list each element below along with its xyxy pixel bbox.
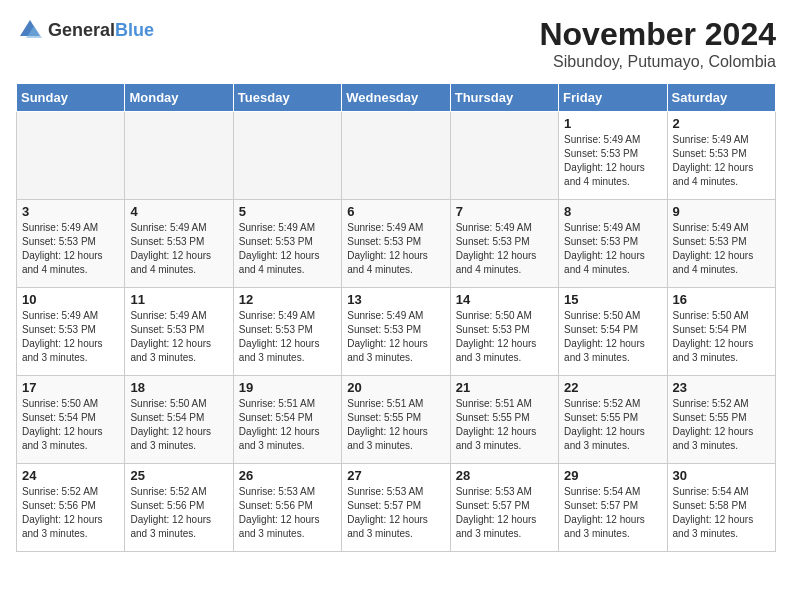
day-number: 1 (564, 116, 661, 131)
day-number: 25 (130, 468, 227, 483)
day-info: Sunrise: 5:49 AM Sunset: 5:53 PM Dayligh… (239, 309, 336, 365)
day-info: Sunrise: 5:49 AM Sunset: 5:53 PM Dayligh… (22, 309, 119, 365)
day-info: Sunrise: 5:53 AM Sunset: 5:56 PM Dayligh… (239, 485, 336, 541)
week-row-5: 24Sunrise: 5:52 AM Sunset: 5:56 PM Dayli… (17, 464, 776, 552)
day-number: 5 (239, 204, 336, 219)
day-cell (125, 112, 233, 200)
day-number: 28 (456, 468, 553, 483)
day-info: Sunrise: 5:51 AM Sunset: 5:54 PM Dayligh… (239, 397, 336, 453)
day-cell (233, 112, 341, 200)
day-cell: 2Sunrise: 5:49 AM Sunset: 5:53 PM Daylig… (667, 112, 775, 200)
day-cell: 21Sunrise: 5:51 AM Sunset: 5:55 PM Dayli… (450, 376, 558, 464)
weekday-header-row: SundayMondayTuesdayWednesdayThursdayFrid… (17, 84, 776, 112)
day-cell: 30Sunrise: 5:54 AM Sunset: 5:58 PM Dayli… (667, 464, 775, 552)
day-number: 2 (673, 116, 770, 131)
weekday-header-monday: Monday (125, 84, 233, 112)
day-cell: 8Sunrise: 5:49 AM Sunset: 5:53 PM Daylig… (559, 200, 667, 288)
calendar-table: SundayMondayTuesdayWednesdayThursdayFrid… (16, 83, 776, 552)
day-number: 10 (22, 292, 119, 307)
week-row-2: 3Sunrise: 5:49 AM Sunset: 5:53 PM Daylig… (17, 200, 776, 288)
day-info: Sunrise: 5:54 AM Sunset: 5:57 PM Dayligh… (564, 485, 661, 541)
logo-general: General (48, 20, 115, 40)
day-info: Sunrise: 5:49 AM Sunset: 5:53 PM Dayligh… (130, 309, 227, 365)
day-cell: 15Sunrise: 5:50 AM Sunset: 5:54 PM Dayli… (559, 288, 667, 376)
day-number: 14 (456, 292, 553, 307)
day-info: Sunrise: 5:49 AM Sunset: 5:53 PM Dayligh… (347, 309, 444, 365)
day-number: 4 (130, 204, 227, 219)
day-cell: 20Sunrise: 5:51 AM Sunset: 5:55 PM Dayli… (342, 376, 450, 464)
day-number: 29 (564, 468, 661, 483)
day-number: 16 (673, 292, 770, 307)
day-info: Sunrise: 5:49 AM Sunset: 5:53 PM Dayligh… (564, 221, 661, 277)
day-info: Sunrise: 5:50 AM Sunset: 5:54 PM Dayligh… (673, 309, 770, 365)
day-number: 15 (564, 292, 661, 307)
day-info: Sunrise: 5:49 AM Sunset: 5:53 PM Dayligh… (22, 221, 119, 277)
weekday-header-tuesday: Tuesday (233, 84, 341, 112)
day-number: 27 (347, 468, 444, 483)
day-number: 30 (673, 468, 770, 483)
logo: GeneralBlue (16, 16, 154, 44)
day-cell: 11Sunrise: 5:49 AM Sunset: 5:53 PM Dayli… (125, 288, 233, 376)
day-number: 19 (239, 380, 336, 395)
day-info: Sunrise: 5:49 AM Sunset: 5:53 PM Dayligh… (239, 221, 336, 277)
day-cell: 14Sunrise: 5:50 AM Sunset: 5:53 PM Dayli… (450, 288, 558, 376)
day-cell: 17Sunrise: 5:50 AM Sunset: 5:54 PM Dayli… (17, 376, 125, 464)
logo-blue: Blue (115, 20, 154, 40)
day-info: Sunrise: 5:52 AM Sunset: 5:55 PM Dayligh… (673, 397, 770, 453)
logo-icon (16, 16, 44, 44)
day-number: 22 (564, 380, 661, 395)
location-title: Sibundoy, Putumayo, Colombia (539, 53, 776, 71)
day-cell: 10Sunrise: 5:49 AM Sunset: 5:53 PM Dayli… (17, 288, 125, 376)
day-cell: 26Sunrise: 5:53 AM Sunset: 5:56 PM Dayli… (233, 464, 341, 552)
title-area: November 2024 Sibundoy, Putumayo, Colomb… (539, 16, 776, 71)
weekday-header-wednesday: Wednesday (342, 84, 450, 112)
day-number: 3 (22, 204, 119, 219)
day-info: Sunrise: 5:50 AM Sunset: 5:53 PM Dayligh… (456, 309, 553, 365)
weekday-header-sunday: Sunday (17, 84, 125, 112)
week-row-3: 10Sunrise: 5:49 AM Sunset: 5:53 PM Dayli… (17, 288, 776, 376)
day-info: Sunrise: 5:50 AM Sunset: 5:54 PM Dayligh… (130, 397, 227, 453)
weekday-header-friday: Friday (559, 84, 667, 112)
day-number: 26 (239, 468, 336, 483)
weekday-header-thursday: Thursday (450, 84, 558, 112)
day-info: Sunrise: 5:49 AM Sunset: 5:53 PM Dayligh… (347, 221, 444, 277)
day-number: 20 (347, 380, 444, 395)
day-info: Sunrise: 5:54 AM Sunset: 5:58 PM Dayligh… (673, 485, 770, 541)
day-number: 8 (564, 204, 661, 219)
day-info: Sunrise: 5:49 AM Sunset: 5:53 PM Dayligh… (564, 133, 661, 189)
day-info: Sunrise: 5:49 AM Sunset: 5:53 PM Dayligh… (456, 221, 553, 277)
day-number: 24 (22, 468, 119, 483)
day-cell: 29Sunrise: 5:54 AM Sunset: 5:57 PM Dayli… (559, 464, 667, 552)
day-number: 13 (347, 292, 444, 307)
day-info: Sunrise: 5:49 AM Sunset: 5:53 PM Dayligh… (673, 133, 770, 189)
day-cell: 12Sunrise: 5:49 AM Sunset: 5:53 PM Dayli… (233, 288, 341, 376)
day-number: 7 (456, 204, 553, 219)
day-number: 9 (673, 204, 770, 219)
day-info: Sunrise: 5:50 AM Sunset: 5:54 PM Dayligh… (22, 397, 119, 453)
day-cell: 24Sunrise: 5:52 AM Sunset: 5:56 PM Dayli… (17, 464, 125, 552)
day-number: 18 (130, 380, 227, 395)
day-cell: 13Sunrise: 5:49 AM Sunset: 5:53 PM Dayli… (342, 288, 450, 376)
day-cell: 16Sunrise: 5:50 AM Sunset: 5:54 PM Dayli… (667, 288, 775, 376)
day-info: Sunrise: 5:52 AM Sunset: 5:56 PM Dayligh… (130, 485, 227, 541)
weekday-header-saturday: Saturday (667, 84, 775, 112)
month-title: November 2024 (539, 16, 776, 53)
day-number: 6 (347, 204, 444, 219)
day-info: Sunrise: 5:50 AM Sunset: 5:54 PM Dayligh… (564, 309, 661, 365)
day-number: 23 (673, 380, 770, 395)
day-cell: 9Sunrise: 5:49 AM Sunset: 5:53 PM Daylig… (667, 200, 775, 288)
day-cell: 4Sunrise: 5:49 AM Sunset: 5:53 PM Daylig… (125, 200, 233, 288)
day-number: 17 (22, 380, 119, 395)
day-cell: 18Sunrise: 5:50 AM Sunset: 5:54 PM Dayli… (125, 376, 233, 464)
day-cell: 27Sunrise: 5:53 AM Sunset: 5:57 PM Dayli… (342, 464, 450, 552)
day-number: 21 (456, 380, 553, 395)
day-info: Sunrise: 5:53 AM Sunset: 5:57 PM Dayligh… (456, 485, 553, 541)
day-cell: 6Sunrise: 5:49 AM Sunset: 5:53 PM Daylig… (342, 200, 450, 288)
day-cell (450, 112, 558, 200)
day-cell: 28Sunrise: 5:53 AM Sunset: 5:57 PM Dayli… (450, 464, 558, 552)
day-number: 12 (239, 292, 336, 307)
day-cell: 5Sunrise: 5:49 AM Sunset: 5:53 PM Daylig… (233, 200, 341, 288)
day-info: Sunrise: 5:49 AM Sunset: 5:53 PM Dayligh… (130, 221, 227, 277)
day-cell: 23Sunrise: 5:52 AM Sunset: 5:55 PM Dayli… (667, 376, 775, 464)
week-row-4: 17Sunrise: 5:50 AM Sunset: 5:54 PM Dayli… (17, 376, 776, 464)
